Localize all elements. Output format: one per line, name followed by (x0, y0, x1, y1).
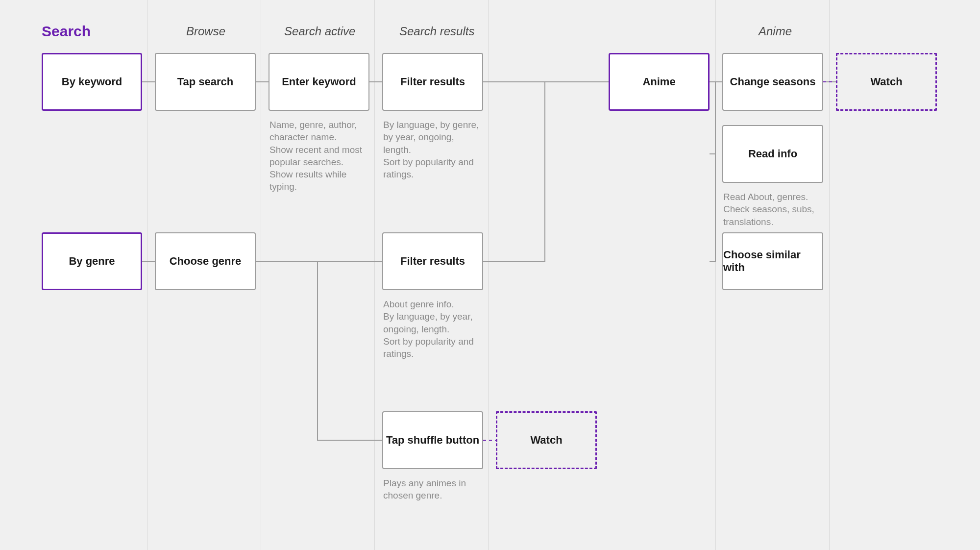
node-anime: Anime (609, 53, 710, 111)
column-divider (374, 0, 375, 550)
node-enter-keyword: Enter keyword (269, 53, 369, 111)
node-tap-search: Tap search (155, 53, 256, 111)
column-divider (715, 0, 716, 550)
column-divider (829, 0, 830, 550)
caption-filter-results-keyword: By language, by genre, by year, ongoing,… (383, 119, 481, 180)
caption-filter-results-genre: About genre info.By language, by year, o… (383, 298, 481, 360)
node-read-info: Read info (722, 125, 823, 183)
node-watch-shuffle: Watch (496, 411, 597, 469)
node-watch-final: Watch (836, 53, 937, 111)
caption-read-info: Read About, genres.Check seasons, subs, … (723, 191, 821, 228)
caption-enter-keyword: Name, genre, author, character name.Show… (270, 119, 369, 193)
node-change-seasons: Change seasons (722, 53, 823, 111)
node-choose-genre: Choose genre (155, 232, 256, 290)
column-title-anime: Anime (759, 25, 792, 38)
column-divider (261, 0, 261, 550)
node-by-keyword: By keyword (42, 53, 142, 111)
caption-tap-shuffle: Plays any animes in chosen genre. (383, 477, 471, 502)
node-choose-similar: Choose similar with (722, 232, 823, 290)
node-filter-results-keyword: Filter results (382, 53, 483, 111)
node-filter-results-genre: Filter results (382, 232, 483, 290)
flowchart-canvas: Search Browse Search active Search resul… (0, 0, 980, 550)
column-title-browse: Browse (186, 25, 225, 38)
column-divider (488, 0, 489, 550)
node-tap-shuffle: Tap shuffle button (382, 411, 483, 469)
section-title-search: Search (42, 23, 91, 40)
column-title-search-results: Search results (399, 25, 474, 38)
column-title-search-active: Search active (284, 25, 355, 38)
node-by-genre: By genre (42, 232, 142, 290)
column-divider (147, 0, 147, 550)
